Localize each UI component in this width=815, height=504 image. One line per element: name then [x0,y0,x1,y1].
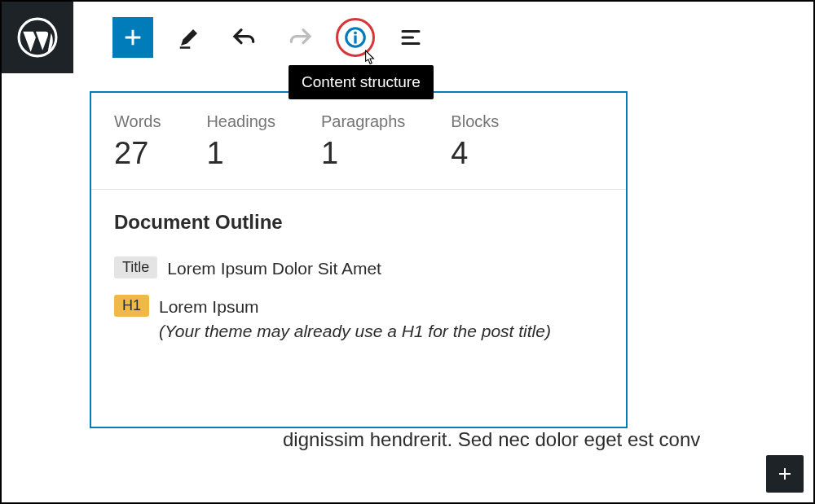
stat-headings: Headings 1 [206,112,275,171]
stat-paragraphs: Paragraphs 1 [321,112,405,171]
stat-value: 4 [451,136,499,171]
title-badge: Title [114,256,157,278]
h1-badge: H1 [114,295,149,317]
tooltip: Content structure [289,65,434,99]
stat-label: Blocks [451,112,499,131]
para-line: dignissim hendrerit. Sed nec dolor eget … [283,428,700,450]
stat-label: Words [114,112,161,131]
outline-h1-text: Lorem Ipsum [159,297,259,316]
stat-value: 1 [206,136,275,171]
block-navigation-button[interactable] [391,18,430,57]
outline-item-title[interactable]: Title Lorem Ipsum Dolor Sit Amet [114,256,603,280]
highlight-circle-icon [336,18,375,57]
outline-item-label: Lorem Ipsum (Your theme may already use … [159,295,551,343]
undo-button[interactable] [225,18,264,57]
svg-rect-1 [180,46,191,49]
editor-header [2,2,813,73]
stat-blocks: Blocks 4 [451,112,499,171]
editor-toolbar [73,17,430,58]
content-structure-popover: Words 27 Headings 1 Paragraphs 1 Blocks … [90,91,628,428]
add-block-button[interactable] [112,17,153,58]
outline-h1-warning: (Your theme may already use a H1 for the… [159,319,551,343]
wordpress-logo[interactable] [2,2,73,73]
stat-words: Words 27 [114,112,161,171]
outline-heading: Document Outline [114,211,603,234]
stat-label: Paragraphs [321,112,405,131]
edit-tool-button[interactable] [170,18,209,57]
stat-label: Headings [206,112,275,131]
redo-button[interactable] [280,18,319,57]
content-structure-button[interactable] [336,18,375,57]
svg-point-3 [354,32,357,35]
stat-value: 27 [114,136,161,171]
svg-rect-4 [354,36,356,44]
plus-icon [775,464,795,484]
outline-item-h1[interactable]: H1 Lorem Ipsum (Your theme may already u… [114,295,603,343]
document-outline: Document Outline Title Lorem Ipsum Dolor… [91,190,626,379]
outline-item-label: Lorem Ipsum Dolor Sit Amet [167,256,381,280]
insert-block-fab[interactable] [766,455,804,493]
stats-row: Words 27 Headings 1 Paragraphs 1 Blocks … [91,93,626,190]
stat-value: 1 [321,136,405,171]
